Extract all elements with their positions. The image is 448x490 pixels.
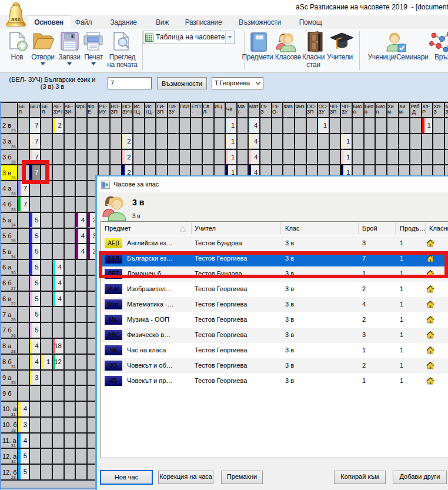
svg-text:asc: asc: [11, 16, 21, 22]
